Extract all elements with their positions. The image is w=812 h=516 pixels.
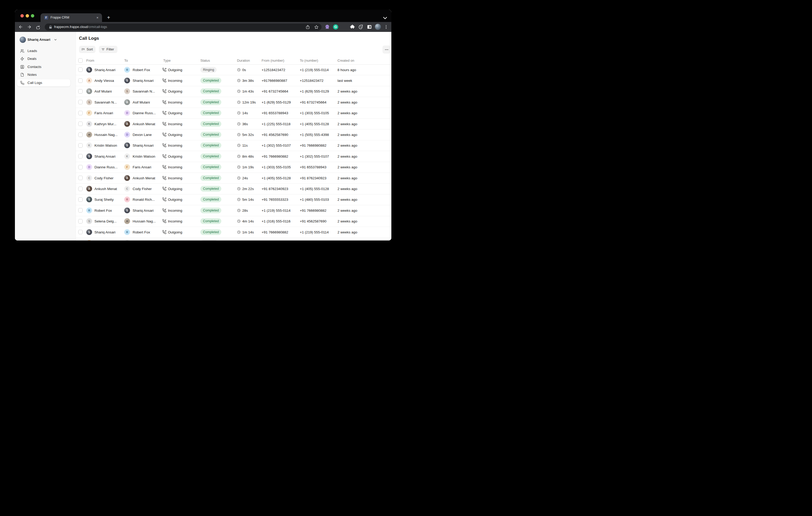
page-title: Call Logs (79, 36, 99, 41)
from-number: +917666980887 (262, 79, 287, 83)
column-header-status[interactable]: Status (200, 57, 210, 64)
new-tab-button[interactable]: + (106, 14, 112, 21)
table-row[interactable]: CCody FisherAAnkush MenatIncomingComplet… (76, 173, 392, 183)
status-badge: Completed (200, 218, 221, 224)
table-row[interactable]: KKristin WatsonSShariq AnsariIncomingCom… (76, 140, 392, 151)
close-window-button[interactable] (21, 14, 24, 18)
clock-icon (237, 230, 241, 234)
table-row[interactable]: FFaris AnsariDDianne Russ...OutgoingComp… (76, 108, 392, 119)
tab-close-icon[interactable]: × (95, 15, 100, 20)
to-number: +12518423472 (300, 79, 323, 83)
from-avatar: H (86, 132, 92, 138)
browser-tab[interactable]: F Frappe CRM × (40, 13, 102, 22)
created-on: 2 weeks ago (338, 154, 357, 158)
more-dots-icon (384, 48, 389, 52)
column-header-to[interactable]: To (124, 57, 128, 64)
filter-button[interactable]: Filter (99, 46, 117, 53)
table-row[interactable]: KKathryn Mur...AAnkush MenatIncomingComp… (76, 118, 392, 129)
row-checkbox[interactable] (78, 219, 83, 223)
sidebar-item-label: Call Logs (27, 79, 42, 87)
adblock-extension-icon[interactable] (341, 24, 347, 30)
row-checkbox[interactable] (78, 100, 83, 104)
puzzle-extensions-icon[interactable] (350, 24, 355, 30)
status-badge: Completed (200, 186, 221, 192)
table-row[interactable]: AAnkush MenatCCody FisherOutgoingComplet… (76, 183, 392, 194)
to-number: +1 (480) 555-0103 (300, 198, 329, 202)
sidebar-item-contacts[interactable]: Contacts (17, 63, 70, 70)
column-header-from-number-[interactable]: From (number) (262, 57, 284, 64)
row-checkbox[interactable] (78, 165, 83, 170)
select-all-checkbox[interactable] (78, 58, 83, 63)
duration: 1m 14s (242, 230, 254, 234)
table-row[interactable]: AAndy ViessaSShariq AnsariIncomingComple… (76, 75, 392, 86)
table-row[interactable]: DDianne Russ...FFaris AnsariIncomingComp… (76, 162, 392, 173)
table-row[interactable]: SSelena Delg...HHussain Nag...IncomingCo… (76, 216, 392, 227)
row-checkbox[interactable] (78, 89, 83, 94)
more-options-button[interactable] (382, 45, 390, 54)
reload-button[interactable] (35, 25, 40, 29)
to-number: +1 (405) 555-0128 (300, 122, 329, 126)
minimize-window-button[interactable] (26, 14, 29, 18)
row-checkbox[interactable] (78, 198, 83, 202)
sidebar-toggle-icon[interactable] (367, 24, 372, 30)
browser-profile-avatar[interactable] (375, 24, 381, 30)
row-checkbox[interactable] (78, 67, 83, 72)
row-checkbox[interactable] (78, 122, 83, 126)
row-checkbox[interactable] (78, 230, 83, 234)
row-checkbox[interactable] (78, 132, 83, 137)
from-avatar: C (86, 175, 92, 181)
row-checkbox[interactable] (78, 111, 83, 115)
status-badge: Completed (200, 175, 221, 181)
url-bar[interactable]: frappecrm.frappe.cloud/crm/call-logs (45, 24, 321, 31)
sidebar-item-deals[interactable]: Deals (17, 55, 70, 62)
grammarly-extension-icon[interactable]: G (333, 24, 338, 30)
row-checkbox[interactable] (78, 143, 83, 148)
table-row[interactable]: SSuraj ShettyRRonald Rich...OutgoingComp… (76, 194, 392, 205)
from-number: +91 7666980882 (262, 154, 288, 158)
clock-icon (237, 209, 241, 212)
table-row[interactable]: SShariq AnsariRRobert FoxOutgoingComplet… (76, 226, 392, 238)
column-header-duration[interactable]: Duration (237, 57, 250, 64)
forward-button[interactable] (27, 25, 32, 29)
zap-icon (20, 57, 24, 61)
sort-button[interactable]: Sort (79, 46, 95, 53)
sidebar-item-call-logs[interactable]: Call Logs (17, 79, 70, 87)
created-on: 8 hours ago (338, 68, 356, 72)
created-on: 2 weeks ago (338, 208, 357, 212)
bookmark-star-icon[interactable] (314, 25, 319, 29)
column-header-from[interactable]: From (86, 57, 94, 64)
row-checkbox[interactable] (78, 79, 83, 83)
created-on: 2 weeks ago (338, 144, 357, 147)
duration: 8m 48s (242, 154, 254, 158)
column-header-created-on[interactable]: Created on (338, 57, 354, 64)
octopus-extension-icon[interactable] (325, 24, 330, 30)
row-checkbox[interactable] (78, 154, 83, 158)
users-icon (20, 49, 24, 53)
sidebar-item-notes[interactable]: Notes (17, 71, 70, 79)
duration: 11s (242, 144, 248, 147)
table-row[interactable]: SShariq AnsariRRobert FoxOutgoingRinging… (76, 64, 392, 75)
table-row[interactable]: SSavannah N...AAsif MulaniIncomingComple… (76, 97, 392, 108)
tab-search-chevron-icon[interactable] (382, 15, 388, 20)
row-checkbox[interactable] (78, 176, 83, 180)
table-row[interactable]: RRobert FoxSShariq AnsariIncomingComplet… (76, 205, 392, 216)
zoom-window-button[interactable] (31, 14, 34, 18)
frappe-favicon-icon: F (44, 16, 48, 20)
row-checkbox[interactable] (78, 187, 83, 191)
sidebar-item-label: Deals (27, 55, 37, 62)
call-type: Incoming (168, 176, 182, 180)
from-avatar: S (86, 99, 92, 105)
table-row[interactable]: AAsif MulaniSSavannah N...OutgoingComple… (76, 86, 392, 97)
browser-menu-icon[interactable] (384, 25, 388, 29)
row-checkbox[interactable] (78, 208, 83, 213)
back-button[interactable] (18, 25, 23, 29)
status-badge: Completed (200, 88, 221, 94)
table-row[interactable]: HHussain Nag...DDevon LaneOutgoingComple… (76, 129, 392, 140)
table-row-partial[interactable] (76, 237, 392, 241)
table-row[interactable]: SShariq AnsariKKristin WatsonOutgoingCom… (76, 151, 392, 162)
sidebar-item-leads[interactable]: Leads (17, 47, 70, 55)
column-header-type[interactable]: Type (163, 57, 171, 64)
column-header-to-number-[interactable]: To (number) (300, 57, 318, 64)
leaf-extension-icon[interactable] (358, 24, 364, 30)
share-icon[interactable] (306, 25, 310, 29)
